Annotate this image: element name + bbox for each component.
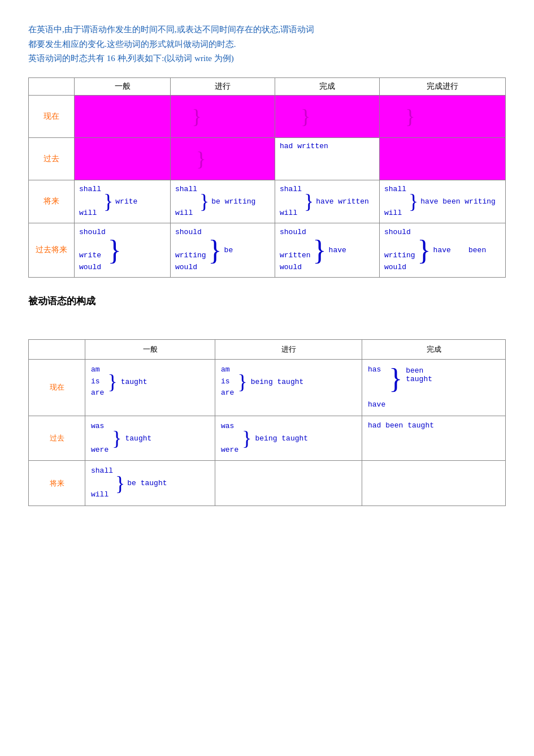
cell-guoqu-jianglai-wancheng: should x written would } have [275,223,380,277]
col-header-wancheng: 完成 [275,77,380,95]
col2-header-yiban: 一般 [85,339,215,359]
table2-row-jianglai: 将来 shall x will } be taught [29,461,506,506]
table-row-guoqu: 过去 wrote was x were } writting had writt… [29,137,506,180]
passive-voice-title: 被动语态的构成 [28,295,506,308]
col-header-wancheng-jinxing: 完成进行 [380,77,506,95]
table2-cell-xianzai-yiban: am is are } taught [85,359,215,416]
col2-header-wancheng: 完成 [362,339,506,359]
intro-paragraph: 在英语中,由于谓语动作发生的时间不同,或表达不同时间存在的状态,谓语动词 都要发… [28,23,506,66]
table-row-jianglai: 将来 shall x will } write shall x will } [29,180,506,223]
active-voice-table: 一般 进行 完成 完成进行 现在 writewrites am is are }… [28,77,506,278]
cell-guoqu-jinxing: was x were } writting [171,137,275,180]
table2-cell-jianglai-jinxing [215,461,362,506]
table2-cell-guoqu-jinxing: was x were } being taught [215,416,362,461]
cell-guoqu-jianglai-jinxing: should x writing would } be [171,223,275,277]
table-row-guoqu-jianglai: 过去将来 should x write would } should x wri… [29,223,506,277]
col-header-empty [29,77,75,95]
cell-guoqu-jianglai-yiban: should x write would } [75,223,171,277]
table2-row-xianzai: 现在 am is are } taught am is are } [29,359,506,416]
table2-cell-guoqu-yiban: was x were } taught [85,416,215,461]
table2-row-label-jianglai: 将来 [29,461,85,506]
cell-xianzai-wancheng-jinxing: has x have } been writing [380,95,506,137]
cell-jianglai-yiban: shall x will } write [75,180,171,223]
col2-header-empty [29,339,85,359]
table2-cell-jianglai-wancheng [362,461,506,506]
col2-header-jinxing: 进行 [215,339,362,359]
cell-xianzai-wancheng: has x have } written [275,95,380,137]
cell-guoqu-wancheng: had written [275,137,380,180]
row-label-xianzai: 现在 [29,95,75,137]
row-label-jianglai: 将来 [29,180,75,223]
cell-jianglai-wancheng: shall x will } have written [275,180,380,223]
table2-cell-guoqu-wancheng: had been taught [362,416,506,461]
row-label-guoqu: 过去 [29,137,75,180]
table2-cell-xianzai-jinxing: am is are } being taught [215,359,362,416]
table2-cell-xianzai-wancheng: has x x have } beentaught [362,359,506,416]
cell-jianglai-jinxing: shall x will } be writing [171,180,275,223]
cell-xianzai-jinxing: am is are } writing [171,95,275,137]
cell-guoqu-yiban: wrote [75,137,171,180]
table2-cell-jianglai-yiban: shall x will } be taught [85,461,215,506]
col-header-jinxing: 进行 [171,77,275,95]
cell-xianzai-yiban: writewrites [75,95,171,137]
row-label-guoqu-jianglai: 过去将来 [29,223,75,277]
cell-guoqu-jianglai-wancheng-jinxing: should x writing would } have been [380,223,506,277]
col-header-yiban: 一般 [75,77,171,95]
table2-row-guoqu: 过去 was x were } taught was x were } [29,416,506,461]
cell-jianglai-wancheng-jinxing: shall x will } have been writing [380,180,506,223]
table-row-xianzai: 现在 writewrites am is are } writing has x… [29,95,506,137]
table2-row-label-guoqu: 过去 [29,416,85,461]
passive-voice-table: 一般 进行 完成 现在 am is are } taught am is ar [28,339,506,506]
cell-guoqu-wancheng-jinxing: had been writing [380,137,506,180]
table2-row-label-xianzai: 现在 [29,359,85,416]
